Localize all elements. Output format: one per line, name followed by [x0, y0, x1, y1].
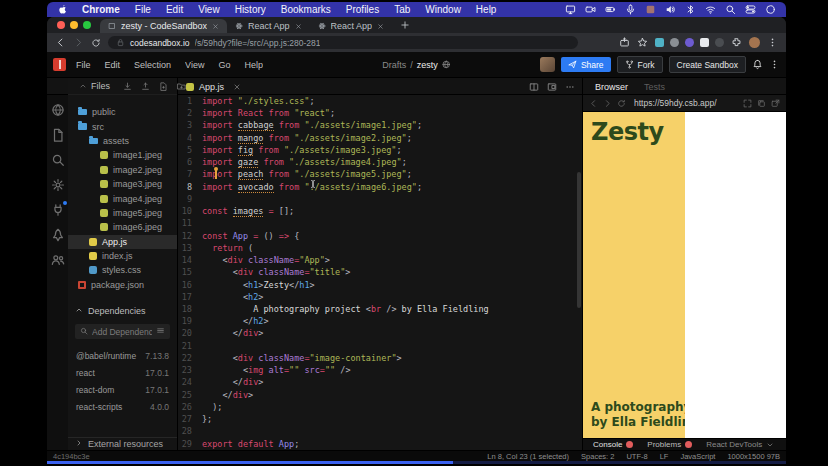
menubar-item-history[interactable]: History	[235, 4, 266, 15]
code-line[interactable]: 15 <div className="title">	[178, 266, 583, 278]
preview-url[interactable]: https://59hdy.csb.app/	[634, 98, 738, 108]
add-dependency-input[interactable]: Add Dependenc	[75, 324, 170, 339]
camera-icon[interactable]	[585, 4, 596, 15]
tab-close-icon[interactable]	[295, 23, 302, 30]
battery-icon[interactable]	[605, 4, 616, 15]
code-line[interactable]: 28	[178, 425, 583, 437]
tree-item-package.json[interactable]: package.json	[68, 278, 177, 292]
explorer-icon[interactable]	[51, 128, 65, 142]
devtools-tab-problems[interactable]: Problems	[647, 440, 692, 449]
tree-item-public[interactable]: public	[68, 105, 177, 119]
bluetooth-icon[interactable]	[685, 4, 696, 15]
display-icon[interactable]	[565, 4, 576, 15]
tab-close-icon[interactable]	[377, 23, 384, 30]
code-line[interactable]: 10const images = [];	[178, 205, 583, 217]
open-in-new-window-icon[interactable]	[771, 99, 780, 108]
menubar-item-edit[interactable]: Edit	[166, 4, 183, 15]
code-line[interactable]: 3import cabbage from "./assets/image1.jp…	[178, 119, 583, 131]
extensions-puzzle-icon[interactable]	[731, 37, 742, 48]
mic-icon[interactable]	[625, 4, 636, 15]
reload-icon[interactable]	[91, 38, 101, 48]
upload-icon[interactable]	[141, 82, 150, 91]
code-line[interactable]: 21	[178, 340, 583, 352]
code-line[interactable]: 17 <h2>	[178, 291, 583, 303]
code-line[interactable]: 19 </h2>	[178, 315, 583, 327]
split-view-icon[interactable]	[529, 82, 539, 92]
notifications-bell-icon[interactable]	[752, 59, 763, 70]
breadcrumb-folder[interactable]: Drafts	[382, 60, 406, 70]
share-button[interactable]: Share	[561, 57, 611, 72]
tree-item-image6.jpeg[interactable]: image6.jpeg	[68, 220, 177, 234]
code-line[interactable]: 23 <img alt="" src="" />	[178, 364, 583, 376]
back-icon[interactable]	[55, 37, 66, 48]
menubar-item-window[interactable]: Window	[425, 4, 461, 15]
download-icon[interactable]	[123, 82, 132, 91]
csb-logo[interactable]	[53, 58, 66, 71]
code-line[interactable]: 9	[178, 193, 583, 205]
code-line[interactable]: 16 <h1>Zesty</h1>	[178, 279, 583, 291]
tree-item-index.js[interactable]: index.js	[68, 249, 177, 263]
extension-dim[interactable]	[715, 38, 724, 47]
preview-back-icon[interactable]	[589, 99, 598, 108]
preview-reload-icon[interactable]	[617, 99, 626, 108]
browser-tab-3[interactable]: React App	[310, 19, 393, 33]
dependency-list-icon[interactable]	[156, 326, 165, 337]
volume-icon[interactable]	[665, 4, 676, 15]
tree-item-App.js[interactable]: App.js	[68, 235, 177, 249]
settings-icon[interactable]	[51, 178, 65, 192]
close-window-button[interactable]	[57, 21, 65, 29]
code-line[interactable]: 20 </div>	[178, 327, 583, 339]
code-line[interactable]: 7import peach from "./assets/image5.jpeg…	[178, 168, 583, 180]
wifi-icon[interactable]	[705, 4, 716, 15]
code-line[interactable]: 13 return (	[178, 242, 583, 254]
csb-menu-view[interactable]: View	[185, 60, 204, 70]
recording-app-icon[interactable]	[645, 4, 656, 15]
extension-purple[interactable]	[685, 38, 694, 47]
csb-menu-selection[interactable]: Selection	[134, 60, 171, 70]
csb-menu-go[interactable]: Go	[218, 60, 230, 70]
tree-item-src[interactable]: src	[68, 119, 177, 133]
tree-item-image1.jpeg[interactable]: image1.jpeg	[68, 148, 177, 162]
deployment-icon[interactable]	[51, 228, 65, 242]
browser-tab-2[interactable]: React App	[227, 19, 310, 33]
code-line[interactable]: 1import "./styles.css";	[178, 95, 583, 107]
extension-teal[interactable]	[655, 38, 664, 47]
open-preview-icon[interactable]	[547, 82, 557, 92]
csb-menu-help[interactable]: Help	[244, 60, 263, 70]
spotlight-icon[interactable]	[725, 4, 736, 15]
editor-more-icon[interactable]	[565, 82, 575, 92]
browser-profile-avatar[interactable]	[749, 37, 760, 48]
project-icon[interactable]	[51, 103, 65, 117]
new-tab-button[interactable]	[400, 20, 410, 30]
menubar-item-tab[interactable]: Tab	[394, 4, 410, 15]
tree-item-assets[interactable]: assets	[68, 134, 177, 148]
code-line[interactable]: 4import mango from "./assets/image2.jpeg…	[178, 132, 583, 144]
create-sandbox-button[interactable]: Create Sandbox	[669, 56, 746, 73]
menubar-item-bookmarks[interactable]: Bookmarks	[281, 4, 331, 15]
code-line[interactable]: 5import fig from "./assets/image3.jpeg";	[178, 144, 583, 156]
fork-button[interactable]: Fork	[617, 56, 663, 73]
header-menu-icon[interactable]	[769, 59, 780, 70]
apple-menu-icon[interactable]	[57, 4, 68, 15]
code-line[interactable]: 11	[178, 217, 583, 229]
code-line[interactable]: 6import gaze from "./assets/image4.jpeg"…	[178, 156, 583, 168]
collaborators-icon[interactable]	[51, 253, 65, 267]
forward-icon[interactable]	[73, 37, 84, 48]
code-line[interactable]: 22 <div className="image-container">	[178, 352, 583, 364]
code-line[interactable]: 2import React from "react";	[178, 107, 583, 119]
menubar-app-name[interactable]: Chrome	[82, 4, 120, 15]
close-tab-icon[interactable]	[233, 83, 241, 91]
tree-item-image4.jpeg[interactable]: image4.jpeg	[68, 191, 177, 205]
responsive-mode-icon[interactable]	[743, 99, 752, 108]
new-file-icon[interactable]	[159, 82, 168, 91]
csb-menu-file[interactable]: File	[76, 60, 91, 70]
code-editor[interactable]: 1import "./styles.css";2import React fro…	[178, 95, 583, 450]
tree-item-image2.jpeg[interactable]: image2.jpeg	[68, 163, 177, 177]
code-line[interactable]: 29export default App;	[178, 438, 583, 450]
dependencies-header[interactable]: Dependencies	[68, 306, 177, 316]
preview-tab-tests[interactable]: Tests	[644, 82, 665, 92]
code-line[interactable]: 26 );	[178, 401, 583, 413]
copy-preview-icon[interactable]	[757, 99, 766, 108]
user-avatar[interactable]	[540, 57, 555, 72]
editor-tab-appjs[interactable]: App.js	[186, 82, 241, 92]
